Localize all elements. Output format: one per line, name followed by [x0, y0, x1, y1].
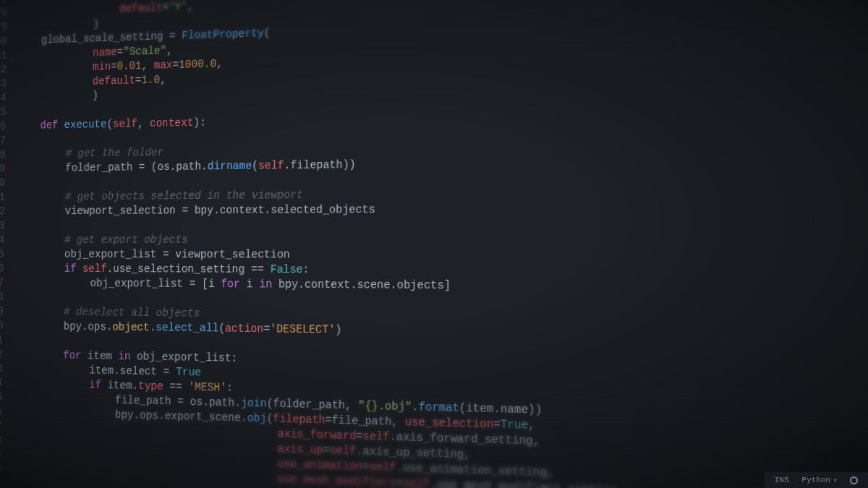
line-number: 204 [0, 376, 3, 390]
line-number: 195 [0, 247, 4, 262]
insert-mode-indicator[interactable]: INS [775, 476, 789, 484]
indent [16, 27, 93, 30]
line-number: 206 [0, 404, 2, 419]
token-op: = [493, 418, 501, 431]
line-number: 181 [0, 48, 7, 63]
token-op: bpy.ops. [64, 320, 113, 333]
token-param: default [119, 1, 163, 15]
code-area[interactable]: ),default='Y',)global_scale_setting = Fl… [9, 0, 868, 488]
token-num: 0.01 [117, 60, 142, 73]
line-number: 211 [0, 476, 1, 488]
token-param: self [370, 461, 396, 474]
token-op: , [528, 419, 535, 432]
line-number: 183 [0, 77, 7, 91]
line-number: 209 [0, 448, 1, 463]
indent [11, 415, 115, 418]
line-number: 208 [0, 433, 2, 448]
indent [11, 401, 115, 403]
indent [16, 0, 119, 1]
token-fn: execute [64, 118, 107, 131]
token-op: obj_export_list = [i [90, 277, 221, 290]
token-op: .use_selection_setting == [107, 262, 271, 275]
indent [14, 171, 65, 172]
token-op: == [163, 380, 189, 393]
token-num: 1000.0 [179, 58, 216, 71]
indent [14, 157, 66, 158]
line-number: 180 [0, 35, 7, 49]
token-op: , [187, 0, 194, 12]
line-number: 203 [0, 361, 3, 376]
token-orange: 'DESELECT' [270, 322, 335, 336]
line-number: 184 [0, 91, 7, 106]
token-op: ) [335, 323, 341, 336]
line-number: 199 [0, 304, 4, 319]
token-orange: 'MESH' [188, 381, 226, 394]
token-kw: for [221, 278, 240, 290]
token-param: filepath [273, 412, 325, 426]
indent [11, 386, 89, 388]
line-number: 202 [0, 347, 3, 361]
indent [14, 129, 40, 129]
indent [12, 314, 64, 315]
token-num: 1.0 [141, 74, 160, 86]
token-op: , [137, 117, 150, 129]
code-line[interactable]: # get export objects [13, 231, 868, 248]
token-const: False [271, 263, 303, 276]
token-fn: obj [247, 412, 267, 425]
line-number: 197 [0, 276, 4, 291]
token-op: obj_export_list = viewport_selection [64, 248, 290, 261]
indent [12, 357, 63, 358]
token-const: True [176, 366, 201, 379]
token-kw: in [118, 350, 130, 362]
token-op: item. [107, 379, 138, 392]
token-kw: if [64, 262, 82, 275]
token-str: "{}.obj" [358, 399, 412, 413]
token-fn: dirname [208, 160, 252, 173]
token-const: True [501, 418, 528, 432]
token-op: , [166, 44, 173, 56]
token-param: action [225, 322, 263, 335]
token-param: axis_up [277, 442, 323, 456]
chevron-down-icon: ▼ [833, 477, 837, 484]
token-str: "Scale" [123, 45, 166, 59]
token-op: = [117, 46, 124, 58]
line-number: 182 [0, 63, 7, 77]
token-param: self [82, 262, 107, 275]
line-number: 191 [0, 190, 5, 205]
line-number: 178 [0, 7, 8, 22]
line-number: 190 [0, 176, 5, 191]
indent [15, 70, 93, 72]
token-param: self [403, 476, 430, 488]
token-op: ), [119, 0, 132, 1]
indent [15, 99, 93, 100]
token-op: folder_path = (os.path. [65, 160, 208, 174]
token-op: .filepath)) [284, 158, 356, 171]
token-op: ) [92, 90, 98, 102]
token-op: viewport_selection = bpy.context.selecte… [65, 203, 375, 217]
code-editor[interactable]: 1771781791801811821831841851861871881891… [0, 0, 868, 488]
token-param: axis_forward [278, 427, 357, 442]
token-param: max [154, 59, 173, 72]
token-op: , [160, 74, 166, 86]
indent [16, 43, 41, 44]
line-number: 200 [0, 319, 4, 333]
token-comment: # get export objects [64, 234, 188, 246]
token-op: = [396, 476, 402, 488]
token-param: self [258, 159, 284, 172]
token-op: item.select = [89, 364, 176, 378]
token-prop: object [112, 321, 150, 334]
indent [15, 56, 93, 58]
token-op: . [150, 321, 156, 333]
line-number: 198 [0, 290, 4, 304]
token-op: ) [93, 18, 99, 30]
token-fn: FloatProperty [182, 27, 264, 42]
language-selector[interactable]: Python ▼ [802, 476, 837, 484]
status-bar: INS Python ▼ [765, 472, 868, 488]
indent [12, 286, 90, 286]
line-number: 186 [0, 119, 6, 134]
token-op: bpy.ops.export_scene. [115, 408, 247, 424]
token-op: , [142, 59, 154, 72]
token-op: = [111, 61, 117, 73]
token-param: self [330, 444, 357, 458]
line-number: 196 [0, 262, 4, 276]
